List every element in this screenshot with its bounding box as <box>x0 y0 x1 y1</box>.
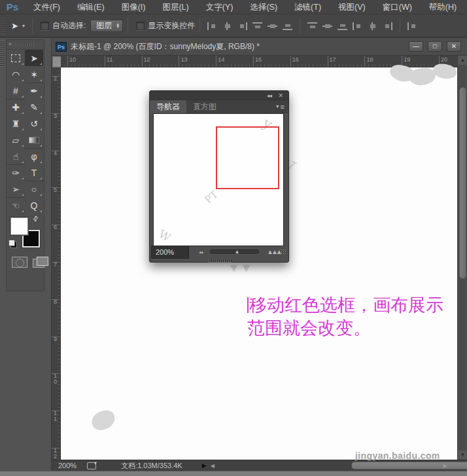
menu-item[interactable]: 文字(Y) <box>198 0 242 14</box>
zoom-tool[interactable]: Q <box>25 197 43 213</box>
ruler-mark: 10 <box>52 373 58 411</box>
hand-tool[interactable]: ☜ <box>7 197 25 213</box>
distribute-vertical-centers-icon[interactable] <box>322 22 332 30</box>
menu-item[interactable]: 滤镜(T) <box>286 0 330 14</box>
auto-select-checkbox[interactable] <box>41 22 49 30</box>
menu-item[interactable]: 帮助(H) <box>421 0 465 14</box>
menu-item[interactable]: 窗口(W) <box>374 0 421 14</box>
scroll-right-icon[interactable]: ▶ <box>443 463 447 469</box>
menu-item[interactable]: 视图(V) <box>330 0 374 14</box>
panel-resize-grip-icon[interactable] <box>281 249 286 255</box>
screen-mode-button[interactable] <box>33 257 48 268</box>
align-top-edges-icon[interactable] <box>252 22 262 30</box>
menu-item[interactable]: 图像(I) <box>113 0 154 14</box>
distribute-bottom-edges-icon[interactable] <box>337 22 347 30</box>
vertical-scrollbar[interactable]: ▲ ▼ <box>457 56 467 460</box>
align-left-edges-icon[interactable] <box>207 22 217 30</box>
distribute-left-edges-icon[interactable] <box>353 22 362 30</box>
align-horizontal-centers-icon[interactable] <box>222 22 232 30</box>
eyedropper-tool[interactable]: ✒ <box>25 82 43 99</box>
minimize-button[interactable]: — <box>409 41 423 52</box>
gradient-tool[interactable] <box>25 132 43 148</box>
panel-collapse-icon[interactable]: ◂◂ <box>267 92 271 100</box>
navigator-zoom-slider[interactable]: ▲ <box>210 249 259 254</box>
ellipse-tool[interactable]: ○ <box>25 181 43 197</box>
scroll-left-icon[interactable]: ◀ <box>211 463 215 469</box>
watermark-fragment: W <box>156 227 173 244</box>
auto-select-dropdown[interactable]: 图层 ▲▼ <box>90 20 123 32</box>
spot-healing-brush-tool[interactable]: ✚ <box>7 99 25 115</box>
horizontal-scrollbar[interactable]: ◀ ▶ <box>211 461 458 471</box>
magic-wand-tool[interactable]: ✶ <box>25 66 43 82</box>
collapse-panel-icon[interactable]: « <box>9 41 12 47</box>
status-popup-arrow-icon[interactable]: ▶ <box>202 462 207 469</box>
path-selection-tool[interactable]: ➢ <box>7 181 25 197</box>
menu-item[interactable]: 文件(F) <box>25 0 69 14</box>
tools-panel-header: « <box>7 40 44 50</box>
tool-preset-caret-icon[interactable]: ▾ <box>22 23 25 29</box>
tools-column: « ➤◠✶#✒✚✎♜↺▱☝φ✑T➢○☜Q ⇄ <box>0 38 51 471</box>
tools-panel-grip[interactable] <box>16 43 35 46</box>
show-transform-checkbox[interactable] <box>136 22 145 30</box>
ruler-mark: 20 <box>439 56 458 67</box>
eraser-tool[interactable]: ▱ <box>7 132 25 148</box>
panel-bottom-grip[interactable] <box>209 259 232 263</box>
options-bar-grip[interactable] <box>1 17 6 34</box>
align-bottom-edges-icon[interactable] <box>283 22 292 30</box>
panel-edge-grip[interactable] <box>0 41 5 67</box>
document-size-text: 文档:1.03M/353.4K <box>121 461 182 471</box>
auto-select-label: 自动选择: <box>52 20 86 31</box>
type-tool[interactable]: T <box>25 164 43 181</box>
separator <box>32 18 33 33</box>
ruler-mark: 8 <box>52 299 58 337</box>
horizontal-scroll-thumb[interactable] <box>351 462 467 469</box>
zoom-level-field[interactable]: 200% <box>58 462 77 469</box>
clone-stamp-tool[interactable]: ♜ <box>7 115 25 132</box>
menu-item[interactable]: 编辑(E) <box>69 0 113 14</box>
navigator-view-box[interactable] <box>216 126 279 189</box>
default-colors-icon[interactable] <box>9 240 17 248</box>
export-status-icon[interactable] <box>87 462 96 469</box>
align-vertical-centers-icon[interactable] <box>268 22 277 30</box>
quick-mask-button[interactable] <box>12 257 27 268</box>
crop-tool[interactable]: # <box>7 82 25 99</box>
brush-tool[interactable]: ✎ <box>25 99 43 115</box>
navigator-zoom-field[interactable]: 200% <box>151 246 189 259</box>
dropdown-arrows-icon: ▲▼ <box>116 23 120 28</box>
distribute-right-edges-icon[interactable] <box>383 22 392 30</box>
smudge-tool[interactable]: ☝ <box>7 148 25 164</box>
maximize-button[interactable]: □ <box>428 41 442 52</box>
distribute-top-edges-icon[interactable] <box>307 22 317 30</box>
align-right-edges-icon[interactable] <box>237 22 247 30</box>
scroll-down-icon[interactable]: ▼ <box>458 450 467 460</box>
navigator-titlebar[interactable]: ◂◂ ✕ <box>150 91 288 100</box>
slider-thumb-icon[interactable]: ▲ <box>235 249 240 255</box>
distribute-horizontal-centers-icon[interactable] <box>368 22 377 30</box>
rectangular-marquee-tool[interactable] <box>7 50 25 66</box>
tab-histogram[interactable]: 直方图 <box>186 100 223 113</box>
vertical-scroll-thumb[interactable] <box>459 87 466 279</box>
history-brush-tool[interactable]: ↺ <box>25 115 43 132</box>
document-title[interactable]: 未标题-1 @ 200% (百度ID：sunnyMelody夏, RGB/8) … <box>71 41 260 52</box>
horizontal-ruler[interactable]: 1011121314151617181920 <box>61 56 458 67</box>
vertical-ruler[interactable]: 23456789101112 <box>52 67 61 460</box>
dodge-tool[interactable]: φ <box>25 148 43 164</box>
scroll-up-icon[interactable]: ▲ <box>458 56 467 65</box>
tab-navigator[interactable]: 导航器 <box>150 100 186 113</box>
menu-item[interactable]: 图层(L) <box>154 0 197 14</box>
zoom-in-icon[interactable]: ▲▲▲ <box>267 248 281 255</box>
close-button[interactable]: ✕ <box>447 41 461 52</box>
menu-item[interactable]: 选择(S) <box>241 0 286 14</box>
move-tool[interactable]: ➤ <box>25 50 43 66</box>
pen-tool[interactable]: ✑ <box>7 164 25 181</box>
zoom-out-icon[interactable]: ▲▲ <box>198 250 202 254</box>
foreground-color-swatch[interactable] <box>10 217 28 235</box>
swap-colors-icon[interactable]: ⇄ <box>31 214 40 223</box>
panel-menu-icon[interactable]: ▼≡ <box>275 103 285 111</box>
annotation-line1: 移动红色选框，画布展示 <box>249 295 443 315</box>
lasso-tool[interactable]: ◠ <box>7 66 25 82</box>
navigator-thumbnail[interactable]: y PT W <box>153 113 284 246</box>
type-tool-icon: T <box>31 168 37 177</box>
auto-align-layers-icon[interactable] <box>407 22 417 30</box>
panel-close-icon[interactable]: ✕ <box>278 92 283 100</box>
